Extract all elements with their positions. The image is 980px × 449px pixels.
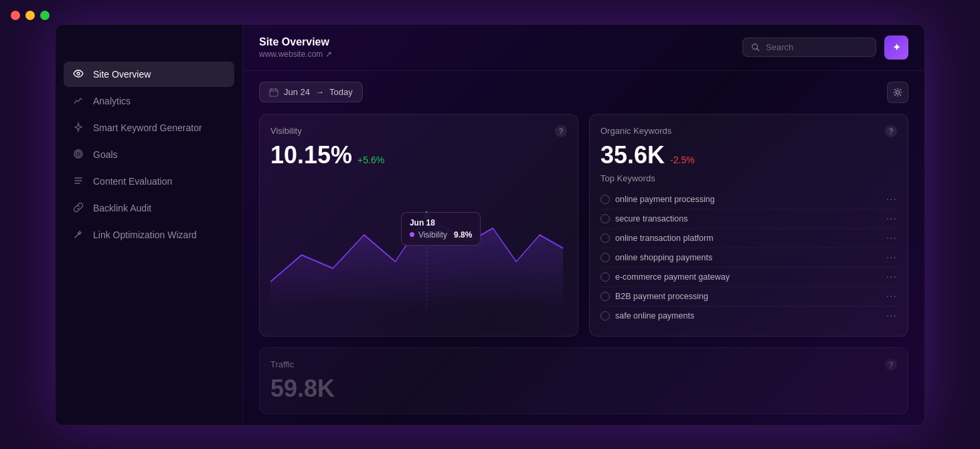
keyword-icon [600, 292, 610, 301]
sidebar-item-link-optimization-wizard[interactable]: Link Optimization Wizard [64, 222, 234, 248]
traffic-light-red[interactable] [11, 11, 20, 20]
visibility-card: Visibility ? 10.15% +5.6% [259, 114, 578, 337]
sidebar-item-label: Goals [93, 149, 118, 160]
organic-keywords-label: Organic Keywords [600, 126, 671, 136]
traffic-light-yellow[interactable] [25, 11, 35, 20]
keyword-text: secure transactions [615, 214, 687, 223]
sidebar-item-label: Site Overview [93, 69, 151, 80]
keyword-menu-icon[interactable]: ··· [886, 193, 897, 205]
keyword-menu-icon[interactable]: ··· [886, 271, 897, 283]
sparkle-icon [73, 122, 85, 134]
keyword-row[interactable]: online transaction platform ··· [600, 229, 897, 248]
chart-icon [73, 95, 85, 107]
keyword-text: online transaction platform [615, 234, 714, 243]
external-link-icon: ↗ [325, 50, 332, 59]
settings-button[interactable] [887, 82, 908, 103]
visibility-value-row: 10.15% +5.6% [270, 141, 567, 169]
keyword-row[interactable]: B2B payment processing ··· [600, 287, 897, 306]
keyword-left: B2B payment processing [600, 292, 708, 301]
organic-keywords-value: 35.6K [600, 141, 665, 169]
calendar-icon [269, 88, 278, 97]
keywords-list: online payment processing ··· secure tra… [600, 190, 897, 325]
visibility-help-button[interactable]: ? [555, 125, 567, 137]
search-input[interactable] [766, 42, 868, 52]
eye-icon [73, 68, 85, 80]
sidebar-item-analytics[interactable]: Analytics [64, 88, 234, 114]
sidebar-item-label: Content Evaluation [93, 176, 172, 187]
visibility-value: 10.15% [270, 141, 352, 169]
sidebar-item-smart-keyword-generator[interactable]: Smart Keyword Generator [64, 115, 234, 141]
svg-line-9 [757, 48, 759, 50]
keyword-text: B2B payment processing [615, 292, 708, 301]
wand-icon [73, 229, 85, 241]
sidebar-item-label: Backlink Audit [93, 203, 151, 213]
sidebar: Site Overview Analytics Smart Keyword Ge… [56, 25, 243, 425]
organic-keywords-value-row: 35.6K -2.5% [600, 141, 897, 169]
svg-point-3 [78, 153, 79, 154]
keyword-left: online transaction platform [600, 234, 714, 243]
traffic-help-button[interactable]: ? [885, 359, 897, 371]
url-text: www.website.com [259, 50, 323, 59]
keyword-row[interactable]: secure transactions ··· [600, 209, 897, 229]
organic-keywords-help-button[interactable]: ? [885, 125, 897, 137]
traffic-value: 59.8K [270, 375, 897, 403]
header: Site Overview www.website.com ↗ ✦ [243, 25, 924, 71]
svg-point-14 [896, 90, 900, 94]
keyword-icon [600, 214, 610, 223]
keyword-menu-icon[interactable]: ··· [886, 232, 897, 244]
organic-keywords-delta: -2.5% [670, 155, 695, 165]
keyword-icon [600, 253, 610, 262]
visibility-chart: Jun 18 Visibility 9.8% [270, 175, 567, 308]
keyword-icon [600, 234, 610, 243]
sidebar-item-goals[interactable]: Goals [64, 142, 234, 167]
top-keywords-label: Top Keywords [600, 173, 897, 183]
date-bar: Jun 24 → Today [259, 82, 908, 103]
keyword-text: e-commerce payment gateway [615, 272, 730, 282]
organic-keywords-header: Organic Keywords ? [600, 125, 897, 137]
list-icon [73, 175, 85, 187]
keyword-icon [600, 311, 610, 321]
date-arrow: → [315, 87, 324, 97]
keyword-row[interactable]: e-commerce payment gateway ··· [600, 268, 897, 287]
cards-row: Visibility ? 10.15% +5.6% [259, 114, 908, 337]
avatar-icon: ✦ [892, 41, 901, 54]
target-icon [73, 149, 85, 161]
traffic-card-header: Traffic ? [270, 359, 897, 371]
keyword-left: e-commerce payment gateway [600, 272, 730, 282]
sidebar-item-site-overview[interactable]: Site Overview [64, 62, 234, 87]
traffic-label: Traffic [270, 359, 294, 369]
sidebar-item-label: Smart Keyword Generator [93, 122, 202, 133]
keyword-menu-icon[interactable]: ··· [886, 290, 897, 302]
keyword-menu-icon[interactable]: ··· [886, 252, 897, 264]
keyword-left: safe online payments [600, 311, 694, 321]
page-title: Site Overview [259, 36, 332, 48]
header-right: ✦ [742, 35, 908, 60]
keyword-row[interactable]: online payment processing ··· [600, 190, 897, 209]
svg-point-0 [77, 72, 80, 75]
search-box[interactable] [742, 37, 876, 57]
keyword-icon [600, 272, 610, 282]
visibility-chart-svg [270, 175, 567, 308]
header-url[interactable]: www.website.com ↗ [259, 50, 332, 59]
date-to: Today [329, 87, 353, 97]
sidebar-item-label: Link Optimization Wizard [93, 230, 197, 240]
link-icon [73, 202, 85, 214]
visibility-label: Visibility [270, 126, 302, 136]
keyword-row[interactable]: safe online payments ··· [600, 306, 897, 325]
gear-icon [893, 88, 902, 97]
svg-rect-10 [270, 89, 278, 96]
keyword-left: secure transactions [600, 214, 687, 223]
date-from: Jun 24 [284, 87, 310, 97]
traffic-card: Traffic ? 59.8K [259, 347, 908, 414]
visibility-delta: +5.6% [357, 155, 384, 165]
keyword-menu-icon[interactable]: ··· [886, 213, 897, 225]
traffic-light-green[interactable] [40, 11, 50, 20]
keyword-row[interactable]: online shopping payments ··· [600, 248, 897, 268]
search-icon [751, 43, 760, 52]
sidebar-item-content-evaluation[interactable]: Content Evaluation [64, 169, 234, 194]
date-range-picker[interactable]: Jun 24 → Today [259, 82, 363, 102]
sidebar-item-backlink-audit[interactable]: Backlink Audit [64, 195, 234, 221]
keyword-text: online shopping payments [615, 253, 712, 262]
avatar-button[interactable]: ✦ [884, 35, 908, 60]
keyword-menu-icon[interactable]: ··· [886, 310, 897, 322]
